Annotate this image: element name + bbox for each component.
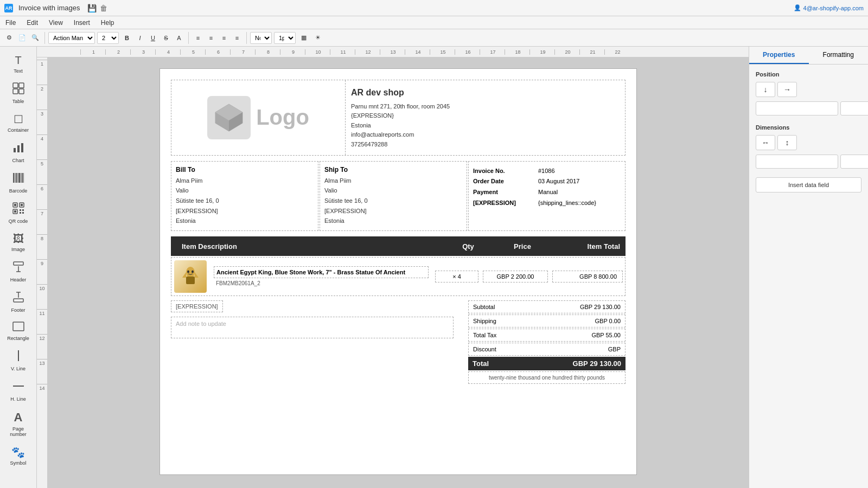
- bold-btn[interactable]: B: [121, 32, 133, 44]
- sidebar-item-table[interactable]: Table: [3, 79, 34, 107]
- sidebar-item-header[interactable]: Header: [3, 258, 34, 286]
- sidebar-item-text[interactable]: T Text: [3, 51, 34, 77]
- canvas-scroll[interactable]: 1 2 3 4 5 6 7 8 9 10 11 12 13 14: [37, 57, 749, 488]
- ship-to-expr: [EXPRESSION]: [324, 206, 462, 216]
- menu-file[interactable]: File: [4, 19, 17, 27]
- panel-tabs: Properties Formatting: [749, 47, 868, 65]
- menu-insert[interactable]: Insert: [73, 19, 91, 27]
- sidebar-item-table-label: Table: [12, 99, 24, 104]
- position-y-input[interactable]: [840, 101, 868, 115]
- sidebar-item-rectangle[interactable]: Rectangle: [3, 318, 34, 344]
- svg-rect-4: [14, 148, 16, 152]
- v-mark-14: 14: [37, 384, 47, 409]
- lineheight-select[interactable]: 1px: [274, 32, 296, 44]
- search-btn[interactable]: 🔍: [29, 32, 41, 44]
- pagenum-tool-icon: A: [14, 410, 23, 425]
- align-justify-btn[interactable]: ≡: [231, 32, 243, 44]
- sidebar-item-container[interactable]: ☐ Container: [3, 110, 34, 136]
- ruler-mark-21: 21: [579, 49, 604, 55]
- ruler-mark-12: 12: [355, 49, 380, 55]
- delete-icon[interactable]: 🗑: [100, 4, 107, 12]
- position-x-input[interactable]: [756, 101, 838, 115]
- app-icon: AR: [4, 4, 13, 12]
- dimensions-h-input[interactable]: [840, 155, 868, 169]
- dimensions-inputs: [756, 155, 861, 169]
- tab-properties[interactable]: Properties: [749, 47, 809, 64]
- italic-btn[interactable]: I: [134, 32, 146, 44]
- position-right-btn[interactable]: →: [777, 82, 797, 97]
- user-email: 4@ar-shopify-app.com: [803, 5, 864, 11]
- ruler-mark-2: 2: [105, 49, 130, 55]
- bill-to-address: Sütiste tee 16, 0: [176, 196, 314, 206]
- company-country: Estonia: [351, 121, 620, 131]
- notes-box[interactable]: Add note to update: [171, 317, 454, 338]
- ruler-mark-1: 1: [80, 49, 105, 55]
- invoice-no-label: Invoice No.: [473, 166, 538, 177]
- align-right-btn[interactable]: ≡: [218, 32, 230, 44]
- image-tool-icon: 🖼: [13, 233, 24, 245]
- more-btn[interactable]: ▦: [298, 32, 310, 44]
- size-select[interactable]: 2: [97, 32, 119, 44]
- dimensions-w-input[interactable]: [756, 155, 838, 169]
- ruler-mark-9: 9: [280, 49, 305, 55]
- ruler-mark-18: 18: [505, 49, 529, 55]
- logo-text: Logo: [256, 105, 309, 130]
- tax-label: Total Tax: [473, 332, 496, 338]
- font-select[interactable]: Action Man: [48, 32, 95, 44]
- sidebar-item-qr[interactable]: QR code: [3, 199, 34, 227]
- discount-row: Discount GBP: [468, 343, 626, 356]
- sidebar-item-chart[interactable]: Chart: [3, 138, 34, 166]
- toolbar-align-group: ≡ ≡ ≡ ≡: [192, 32, 247, 44]
- save-icon[interactable]: 💾: [87, 4, 97, 12]
- order-date-val: 03 August 2017: [538, 176, 621, 187]
- item-name: Ancient Egypt King, Blue Stone Work, 7" …: [214, 266, 429, 278]
- align-left-btn[interactable]: ≡: [192, 32, 204, 44]
- new-btn[interactable]: 📄: [16, 32, 28, 44]
- strikethrough-btn[interactable]: S: [160, 32, 172, 44]
- sidebar-item-pagenum[interactable]: A Page number: [3, 407, 34, 440]
- settings-btn[interactable]: ⚙: [3, 32, 15, 44]
- tab-formatting[interactable]: Formatting: [809, 47, 869, 64]
- sidebar-item-symbol[interactable]: 🐾 Symbol: [3, 442, 34, 469]
- total-row: Total GBP 29 130.00: [468, 357, 626, 370]
- tax-row: Total Tax GBP 55.00: [468, 329, 626, 342]
- dimensions-horiz-btn[interactable]: ↔: [756, 135, 775, 150]
- sidebar-item-footer[interactable]: Footer: [3, 288, 34, 316]
- ruler-mark-10: 10: [305, 49, 330, 55]
- sidebar-item-vline[interactable]: V. Line: [3, 346, 34, 375]
- color-btn[interactable]: A: [173, 32, 185, 44]
- canvas-wrapper[interactable]: Logo AR dev shop Parnu mnt 271, 20th flo…: [48, 57, 749, 488]
- ruler-mark-6: 6: [205, 49, 230, 55]
- sidebar-item-hline[interactable]: H. Line: [3, 377, 34, 405]
- expr-label: [EXPRESSION]: [473, 198, 538, 209]
- highlight-btn[interactable]: ☀: [312, 32, 324, 44]
- insert-data-field-btn[interactable]: Insert data field: [756, 177, 861, 192]
- menu-edit[interactable]: Edit: [25, 19, 39, 27]
- svg-rect-14: [23, 173, 24, 183]
- dimensions-vert-btn[interactable]: ↕: [777, 135, 797, 150]
- toolbar: ⚙ 📄 🔍 Action Man 2 B I U S A ≡ ≡ ≡ ≡ Nor…: [0, 29, 868, 47]
- sidebar-item-image[interactable]: 🖼 Image: [3, 229, 34, 255]
- svg-rect-24: [22, 212, 24, 214]
- menu-view[interactable]: View: [48, 19, 64, 27]
- ruler-mark-19: 19: [529, 49, 554, 55]
- notes-totals-section: [EXPRESSION] Add note to update Subtotal…: [171, 300, 626, 384]
- underline-btn[interactable]: U: [147, 32, 159, 44]
- v-mark-4: 4: [37, 134, 47, 159]
- align-center-btn[interactable]: ≡: [205, 32, 217, 44]
- svg-rect-7: [13, 173, 14, 183]
- canvas-area: 1 2 3 4 5 6 7 8 9 10 11 12 13 14 15 16 1…: [37, 47, 749, 488]
- style-select[interactable]: Nor: [250, 32, 272, 44]
- svg-rect-22: [22, 209, 24, 211]
- user-icon: 👤: [794, 4, 801, 11]
- sidebar-item-barcode[interactable]: Barcode: [3, 169, 34, 197]
- position-down-btn[interactable]: ↓: [756, 82, 775, 97]
- subtotal-val: GBP 29 130.00: [580, 304, 621, 310]
- menu-help[interactable]: Help: [100, 19, 116, 27]
- col-desc-header: Item Description: [171, 242, 446, 251]
- ruler-marks: 1 2 3 4 5 6 7 8 9 10 11 12 13 14 15 16 1…: [80, 49, 629, 55]
- ruler-mark-5: 5: [180, 49, 205, 55]
- ship-to-label: Ship To: [324, 166, 462, 174]
- ruler-mark-16: 16: [455, 49, 480, 55]
- notes-section: [EXPRESSION] Add note to update: [171, 300, 468, 384]
